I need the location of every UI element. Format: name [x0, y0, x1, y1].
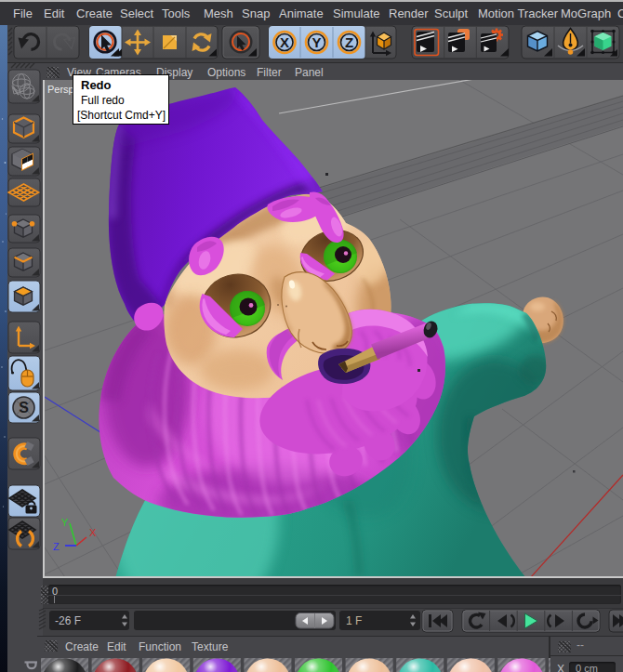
svg-text:Y: Y [61, 517, 69, 528]
svg-text:S: S [19, 400, 29, 415]
svg-text:-26 F: -26 F [55, 614, 81, 627]
svg-text:1 F: 1 F [346, 614, 362, 627]
svg-text:X: X [89, 527, 97, 538]
svg-text:X: X [280, 34, 289, 50]
svg-text:Z: Z [345, 34, 353, 50]
svg-text:Z: Z [53, 541, 60, 552]
svg-text:Y: Y [312, 34, 321, 50]
